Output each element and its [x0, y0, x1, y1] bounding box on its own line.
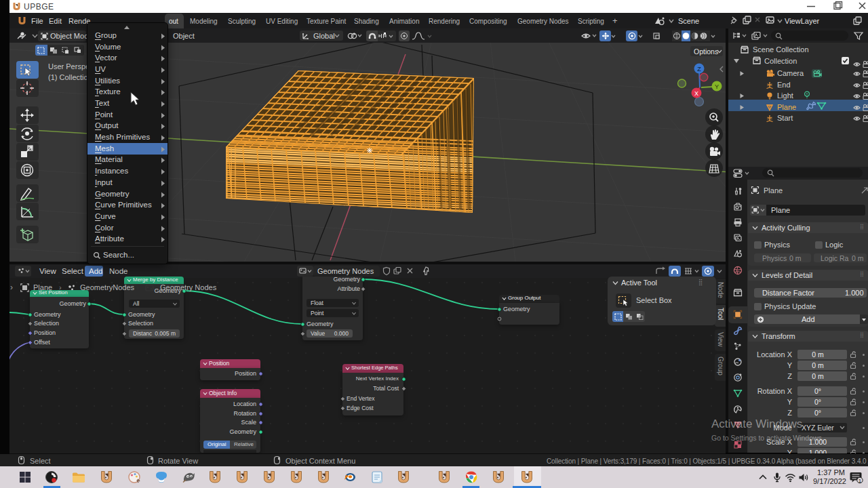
svg-text:1: 1 [859, 478, 862, 484]
